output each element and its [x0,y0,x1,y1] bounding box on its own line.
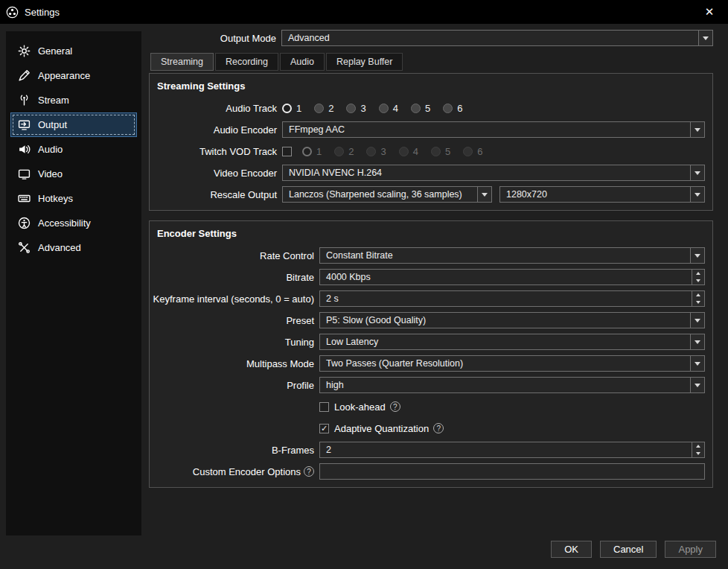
tab-label: Recording [226,57,268,67]
speaker-icon [18,143,31,156]
rate-control-value: Constant Bitrate [320,248,690,263]
vod-track-6[interactable]: 6 [463,146,482,157]
sidebar-item-video[interactable]: Video [10,162,137,186]
audio-track-5[interactable]: 5 [411,103,430,114]
ok-button-label: OK [564,544,578,555]
sidebar-item-general[interactable]: General [10,39,137,63]
chevron-down-icon [690,165,704,180]
cancel-button[interactable]: Cancel [600,541,657,558]
tab-label: Audio [290,57,314,67]
tuning-row: Tuning Low Latency [150,334,705,350]
spinner-arrows-icon[interactable] [692,291,704,306]
sidebar-item-advanced[interactable]: Advanced [10,235,137,260]
profile-row: Profile high [150,377,705,393]
audio-track-1[interactable]: 1 [282,103,301,114]
radio-label: 2 [348,146,354,157]
sidebar-item-appearance[interactable]: Appearance [10,63,137,88]
tab-recording[interactable]: Recording [215,53,278,71]
tuning-select[interactable]: Low Latency [319,334,705,350]
chevron-down-icon [690,356,704,371]
audio-encoder-label: Audio Encoder [150,124,282,136]
tab-audio[interactable]: Audio [280,53,325,71]
twitch-vod-label: Twitch VOD Track [150,146,282,157]
apply-button-label: Apply [678,544,703,555]
apply-button[interactable]: Apply [665,541,716,558]
adaptive-quantization-row: Adaptive Quantization ? [150,420,705,436]
bitrate-value: 4000 Kbps [320,270,692,284]
audio-track-6[interactable]: 6 [443,103,462,114]
sidebar-item-stream[interactable]: Stream [10,88,137,112]
vod-track-4[interactable]: 4 [399,146,418,157]
audio-track-3[interactable]: 3 [346,103,365,114]
radio-icon [443,104,453,113]
sidebar-item-label: Video [38,168,63,179]
video-encoder-select[interactable]: NVIDIA NVENC H.264 [282,165,705,181]
help-icon[interactable]: ? [390,401,400,412]
ok-button[interactable]: OK [551,541,592,558]
help-icon[interactable]: ? [433,423,444,433]
look-ahead-row: Look-ahead ? [150,398,705,415]
radio-label: 2 [328,103,333,114]
twitch-vod-checkbox[interactable] [282,147,292,156]
preset-select[interactable]: P5: Slow (Good Quality) [319,312,705,328]
tab-replay-buffer[interactable]: Replay Buffer [326,53,403,71]
sidebar-item-accessibility[interactable]: Accessibility [10,211,137,235]
custom-encoder-options-row: Custom Encoder Options ? [150,463,705,480]
sidebar-item-label: Advanced [38,242,81,253]
brush-icon [18,69,31,82]
multipass-mode-select[interactable]: Two Passes (Quarter Resolution) [319,355,705,372]
output-icon [18,118,31,131]
audio-track-row: Audio Track 1 2 3 4 5 6 [150,100,705,116]
vod-track-5[interactable]: 5 [431,146,450,157]
rescale-filter-select[interactable]: Lanczos (Sharpened scaling, 36 samples) [282,186,492,203]
tab-label: Replay Buffer [336,57,393,67]
audio-track-2[interactable]: 2 [314,103,333,114]
rate-control-select[interactable]: Constant Bitrate [319,247,705,264]
audio-encoder-select[interactable]: FFmpeg AAC [282,121,705,138]
radio-label: 5 [425,103,430,114]
radio-label: 4 [393,103,398,114]
audio-track-4[interactable]: 4 [379,103,398,114]
radio-icon [431,147,441,156]
radio-icon [366,147,376,156]
profile-label: Profile [150,380,319,391]
profile-select[interactable]: high [319,377,705,393]
rescale-output-label: Rescale Output [150,189,282,200]
output-mode-value: Advanced [282,31,698,45]
bframes-value: 2 [320,442,692,457]
vod-track-2[interactable]: 2 [334,146,354,157]
gear-icon [18,45,31,57]
sidebar-item-label: Hotkeys [38,193,73,204]
output-mode-select[interactable]: Advanced [281,30,713,46]
sidebar-item-output[interactable]: Output [10,112,137,137]
spinner-arrows-icon[interactable] [692,442,704,457]
dialog-buttons: OK Cancel Apply [551,541,716,558]
radio-label: 6 [457,103,462,114]
rescale-resolution-value: 1280x720 [500,187,690,202]
keyframe-interval-spinner[interactable]: 2 s [319,290,705,307]
bitrate-spinner[interactable]: 4000 Kbps [319,269,705,285]
keyboard-icon [18,192,31,205]
adaptive-quantization-checkbox[interactable] [319,424,329,433]
radio-label: 1 [316,146,322,157]
sidebar-item-label: General [38,45,72,57]
group-title: Encoder Settings [157,228,705,239]
sidebar-item-label: Audio [38,144,63,155]
video-encoder-value: NVIDIA NVENC H.264 [283,165,690,180]
vod-track-3[interactable]: 3 [366,146,386,157]
look-ahead-checkbox[interactable] [319,402,329,412]
sidebar-item-hotkeys[interactable]: Hotkeys [10,186,137,211]
tab-streaming[interactable]: Streaming [150,53,214,71]
bitrate-row: Bitrate 4000 Kbps [150,269,705,285]
close-button[interactable]: ✕ [697,0,722,24]
audio-encoder-value: FFmpeg AAC [283,122,690,137]
spinner-arrows-icon[interactable] [692,270,704,284]
vod-track-1[interactable]: 1 [302,146,322,157]
cancel-button-label: Cancel [613,544,643,555]
rescale-resolution-select[interactable]: 1280x720 [499,186,705,203]
sidebar-item-audio[interactable]: Audio [10,137,137,162]
bframes-spinner[interactable]: 2 [319,442,705,458]
help-icon[interactable]: ? [304,466,314,477]
custom-encoder-options-input[interactable] [320,464,704,479]
radio-icon [346,104,356,113]
